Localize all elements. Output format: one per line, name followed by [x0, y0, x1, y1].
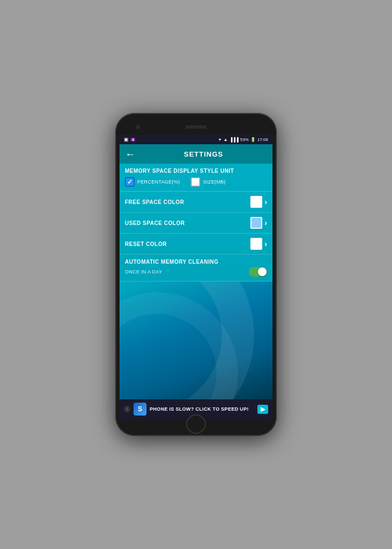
- free-space-color-label: Free Space Color: [125, 199, 184, 205]
- phone-screen: ▣ 4 ✦ ▲ ▐▐▐ 53% 🔋 17:06 ← Settings: [120, 135, 272, 419]
- percentage-option[interactable]: Percentage(%): [125, 177, 180, 187]
- size-checkbox[interactable]: [191, 177, 200, 187]
- status-bar-left: ▣ 4: [124, 137, 135, 142]
- phone-top-bar: [120, 119, 272, 135]
- display-style-options: Percentage(%) Size(MB): [125, 177, 267, 187]
- auto-cleaning-title: Automatic Memory Cleaning: [125, 259, 267, 265]
- percentage-label: Percentage(%): [137, 179, 180, 185]
- background-decoration: [120, 281, 272, 399]
- used-space-chevron-icon: ›: [264, 219, 267, 227]
- used-space-color-row[interactable]: Used Space Color ›: [120, 213, 272, 234]
- page-title: Settings: [140, 150, 267, 158]
- free-space-chevron-icon: ›: [264, 198, 267, 206]
- settings-list: Memory Space Display Style Unit Percenta…: [120, 164, 272, 419]
- display-style-title: Memory Space Display Style Unit: [125, 168, 267, 174]
- notification-badge: 4: [131, 138, 135, 142]
- phone-bottom: [186, 419, 206, 430]
- percentage-checkbox[interactable]: [125, 177, 135, 187]
- ad-arrow-icon[interactable]: ▶: [257, 405, 268, 414]
- nav-bar: ← Settings: [120, 144, 272, 164]
- used-space-color-label: Used Space Color: [125, 220, 185, 226]
- reset-color-right: ›: [250, 238, 267, 250]
- size-label: Size(MB): [203, 179, 226, 185]
- auto-cleaning-section: Automatic Memory Cleaning Once in a Day: [120, 255, 272, 281]
- status-bar: ▣ 4 ✦ ▲ ▐▐▐ 53% 🔋 17:06: [120, 135, 272, 144]
- front-camera: [136, 125, 140, 129]
- signal-icon: ▐▐▐: [229, 137, 239, 142]
- toggle-knob: [258, 268, 267, 276]
- ad-text: PHONE IS SLOW? Click to speed up!: [150, 406, 254, 412]
- reset-color-swatch: [250, 238, 262, 250]
- reset-color-label: Reset Color: [125, 241, 167, 247]
- clock: 17:06: [257, 137, 268, 142]
- reset-color-chevron-icon: ›: [264, 240, 267, 248]
- auto-cleaning-subtitle: Once in a Day: [125, 269, 162, 274]
- status-bar-right: ✦ ▲ ▐▐▐ 53% 🔋 17:06: [218, 137, 268, 142]
- size-option[interactable]: Size(MB): [191, 177, 226, 187]
- display-style-section: Memory Space Display Style Unit Percenta…: [120, 164, 272, 192]
- phone-device: ▣ 4 ✦ ▲ ▐▐▐ 53% 🔋 17:06 ← Settings: [115, 113, 277, 436]
- auto-cleaning-subtitle-row: Once in a Day: [125, 267, 267, 277]
- home-button[interactable]: [186, 414, 206, 434]
- ad-info-icon: i: [124, 406, 130, 412]
- earpiece-speaker: [185, 125, 207, 129]
- used-space-color-right: ›: [250, 217, 267, 229]
- wifi-icon: ▲: [223, 137, 228, 142]
- free-space-color-right: ›: [250, 196, 267, 208]
- auto-cleaning-toggle[interactable]: [249, 267, 267, 277]
- battery-icon: 🔋: [250, 137, 256, 142]
- used-space-color-swatch: [250, 217, 262, 229]
- free-space-color-swatch: [250, 196, 262, 208]
- page-wrapper: ▣ 4 ✦ ▲ ▐▐▐ 53% 🔋 17:06 ← Settings: [0, 0, 392, 549]
- reset-color-row[interactable]: Reset Color ›: [120, 234, 272, 255]
- bluetooth-icon: ✦: [218, 137, 222, 142]
- back-button[interactable]: ←: [125, 149, 136, 159]
- screen-icon: ▣: [124, 137, 129, 142]
- ad-logo-icon: S: [134, 403, 146, 416]
- battery-level: 53%: [240, 137, 249, 142]
- free-space-color-row[interactable]: Free Space Color ›: [120, 192, 272, 213]
